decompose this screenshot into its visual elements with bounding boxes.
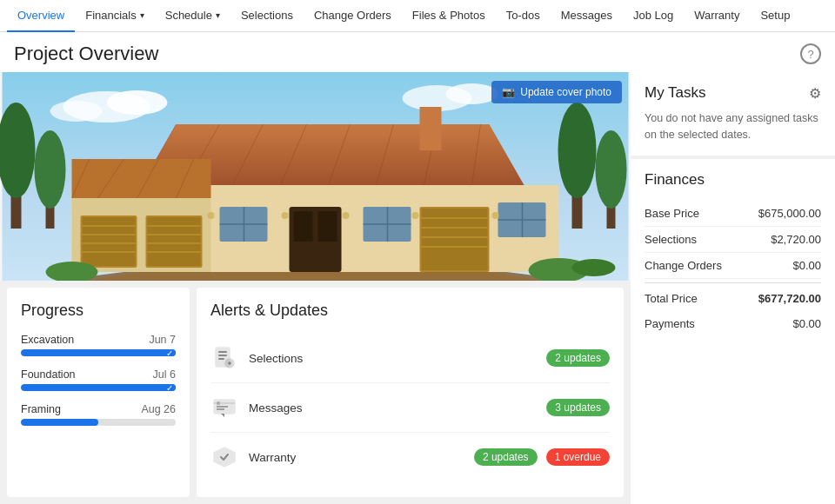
svg-rect-41 (318, 211, 337, 242)
progress-item-excavation: Excavation Jun 7 ✓ (21, 334, 176, 356)
svg-rect-73 (218, 355, 227, 356)
nav-item-messages[interactable]: Messages (551, 0, 623, 32)
svg-rect-21 (420, 107, 442, 150)
warranty-updates-badge: 2 updates (474, 448, 538, 466)
selections-finance-value: $2,720.00 (771, 233, 821, 246)
finances-title: Finances (645, 171, 821, 189)
svg-point-9 (35, 130, 66, 209)
svg-rect-28 (83, 217, 136, 266)
tasks-panel: My Tasks ⚙ You do not have any assigned … (631, 72, 835, 159)
payments-value: $0.00 (792, 317, 821, 330)
svg-point-70 (596, 130, 627, 209)
cover-image-container: 📷 Update cover photo (0, 72, 631, 281)
nav-item-job-log[interactable]: Job Log (623, 0, 684, 32)
left-column: 📷 Update cover photo Progress Excavation… (0, 72, 631, 504)
svg-rect-74 (218, 358, 224, 360)
selections-icon (210, 344, 238, 372)
warranty-alert-label: Warranty (249, 451, 460, 464)
svg-point-61 (492, 212, 499, 219)
svg-point-5 (446, 83, 498, 104)
excavation-check: ✓ (162, 349, 176, 356)
nav-item-setup[interactable]: Setup (750, 0, 800, 32)
alert-item-warranty[interactable]: Warranty 2 updates 1 overdue (210, 433, 610, 481)
tasks-empty-message: You do not have any assigned tasks on th… (645, 110, 821, 143)
cover-house-image (0, 72, 631, 281)
progress-title: Progress (21, 302, 176, 320)
base-price-value: $675,000.00 (758, 207, 821, 220)
finance-row-payments: Payments $0.00 (645, 311, 821, 336)
body-layout: 📷 Update cover photo Progress Excavation… (0, 72, 835, 504)
finance-row-selections: Selections $2,720.00 (645, 227, 821, 253)
excavation-bar (21, 349, 176, 356)
selections-updates-badge: 2 updates (546, 349, 610, 367)
change-orders-finance-value: $0.00 (792, 259, 821, 272)
page-title: Project Overview (14, 43, 158, 65)
svg-marker-22 (72, 159, 211, 198)
svg-marker-84 (214, 448, 235, 467)
change-orders-finance-label: Change Orders (645, 259, 722, 272)
selections-alert-label: Selections (249, 352, 532, 365)
svg-rect-40 (294, 211, 313, 242)
chevron-down-icon: ▾ (216, 10, 220, 20)
svg-rect-80 (217, 401, 220, 405)
foundation-bar (21, 384, 176, 391)
nav-item-selections[interactable]: Selections (230, 0, 304, 32)
base-price-label: Base Price (645, 207, 699, 220)
svg-point-60 (412, 212, 419, 219)
svg-point-2 (107, 90, 168, 115)
page-header: Project Overview ? (0, 32, 835, 72)
framing-bar (21, 419, 98, 426)
payments-label: Payments (645, 317, 695, 330)
finance-row-base-price: Base Price $675,000.00 (645, 201, 821, 227)
nav-item-to-dos[interactable]: To-dos (496, 0, 551, 32)
content-area: Project Overview ? (0, 32, 835, 504)
foundation-check: ✓ (162, 384, 176, 391)
nav-item-overview[interactable]: Overview (7, 0, 75, 32)
camera-icon: 📷 (502, 86, 515, 98)
framing-date: Aug 26 (141, 403, 176, 415)
help-button[interactable]: ? (800, 43, 821, 64)
foundation-date: Jul 6 (153, 368, 176, 381)
nav-item-files-photos[interactable]: Files & Photos (402, 0, 496, 32)
svg-marker-63 (90, 272, 542, 281)
finance-row-total: Total Price $677,720.00 (645, 282, 821, 311)
messages-alert-label: Messages (249, 401, 532, 414)
total-price-label: Total Price (645, 292, 698, 305)
foundation-label: Foundation (21, 368, 76, 381)
nav-item-warranty[interactable]: Warranty (684, 0, 750, 32)
messages-icon (210, 394, 238, 421)
svg-point-3 (50, 101, 103, 122)
svg-rect-72 (218, 351, 227, 353)
svg-point-66 (572, 259, 616, 276)
selections-finance-label: Selections (645, 233, 697, 246)
framing-label: Framing (21, 403, 61, 415)
gear-icon[interactable]: ⚙ (809, 85, 821, 102)
bottom-panels: Progress Excavation Jun 7 ✓ F (0, 281, 631, 504)
total-price-value: $677,720.00 (758, 292, 821, 305)
warranty-overdue-badge: 1 overdue (546, 448, 610, 466)
svg-point-58 (282, 212, 289, 219)
progress-panel: Progress Excavation Jun 7 ✓ F (7, 288, 190, 497)
svg-rect-34 (148, 217, 201, 266)
main-nav: Overview Financials ▾ Schedule ▾ Selecti… (0, 0, 835, 32)
chevron-down-icon: ▾ (140, 10, 144, 20)
progress-item-foundation: Foundation Jul 6 ✓ (21, 368, 176, 391)
excavation-date: Jun 7 (149, 334, 176, 346)
right-column: My Tasks ⚙ You do not have any assigned … (631, 72, 835, 504)
alerts-title: Alerts & Updates (210, 302, 610, 320)
finances-panel: Finances Base Price $675,000.00 Selectio… (631, 159, 835, 505)
update-cover-photo-button[interactable]: 📷 Update cover photo (491, 81, 622, 103)
nav-item-change-orders[interactable]: Change Orders (304, 0, 402, 32)
alert-item-selections[interactable]: Selections 2 updates (210, 334, 610, 383)
messages-updates-badge: 3 updates (546, 399, 610, 416)
finance-row-change-orders: Change Orders $0.00 (645, 253, 821, 279)
nav-item-schedule[interactable]: Schedule ▾ (155, 0, 230, 32)
svg-marker-83 (221, 414, 224, 417)
svg-point-68 (558, 103, 597, 198)
alerts-panel: Alerts & Updates (197, 288, 624, 497)
warranty-icon (210, 443, 238, 471)
progress-item-framing: Framing Aug 26 (21, 403, 176, 426)
svg-point-57 (208, 212, 215, 219)
alert-item-messages[interactable]: Messages 3 updates (210, 383, 610, 433)
nav-item-financials[interactable]: Financials ▾ (75, 0, 155, 32)
